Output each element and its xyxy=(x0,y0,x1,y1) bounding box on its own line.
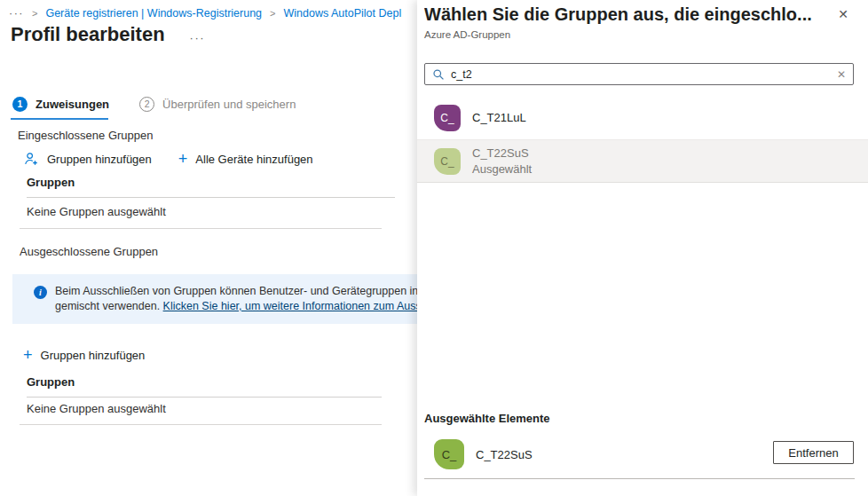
plus-icon: + xyxy=(178,151,188,167)
group-search-box: ✕ xyxy=(424,63,854,85)
group-avatar: C_ xyxy=(434,439,464,469)
group-results-list: C_ C_T21LuL C_ C_T22SuS Ausgewählt xyxy=(417,96,868,183)
add-groups-label: Gruppen hinzufügen xyxy=(41,349,146,362)
selected-items-heading: Ausgewählte Elemente xyxy=(424,412,550,425)
tab-label: Überprüfen und speichern xyxy=(162,98,296,111)
group-name: C_T21LuL xyxy=(472,111,526,124)
group-name-and-status: C_T22SuS Ausgewählt xyxy=(472,146,532,177)
breadcrumb-item-autopilot[interactable]: Windows AutoPilot Depl xyxy=(284,7,402,20)
add-groups-link[interactable]: Gruppen hinzufügen xyxy=(23,151,152,167)
included-groups-column-header: Gruppen xyxy=(27,176,395,198)
included-groups-empty-text: Keine Gruppen ausgewählt xyxy=(27,205,166,218)
edit-profile-page: ··· > Geräte registrieren | Windows-Regi… xyxy=(0,0,868,496)
info-icon: i xyxy=(34,286,47,299)
select-groups-panel: Wählen Sie die Gruppen aus, die eingesch… xyxy=(417,0,868,496)
tab-ueberpruefen-und-speichern[interactable]: 2 Überprüfen und speichern xyxy=(139,97,296,112)
chevron-right-icon: > xyxy=(32,8,37,19)
group-search-input[interactable] xyxy=(451,68,831,81)
selected-item-divider xyxy=(424,478,855,479)
group-result-row-selected: C_ C_T22SuS Ausgewählt xyxy=(417,139,868,183)
wizard-tabs: 1 Zuweisungen 2 Überprüfen und speichern xyxy=(12,92,296,115)
excluded-groups-actions: + Gruppen hinzufügen xyxy=(23,347,145,363)
plus-icon: + xyxy=(23,347,33,363)
remove-button[interactable]: Entfernen xyxy=(773,441,854,464)
group-avatar: C_ xyxy=(434,148,461,175)
section-divider xyxy=(20,424,382,425)
included-groups-heading: Eingeschlossene Gruppen xyxy=(18,129,154,142)
info-banner-text: Beim Ausschließen von Gruppen können Ben… xyxy=(55,284,472,314)
excluded-groups-empty-text: Keine Gruppen ausgewählt xyxy=(27,402,166,415)
group-avatar: C_ xyxy=(434,105,461,131)
excluded-groups-heading: Ausgeschlossene Gruppen xyxy=(20,245,158,258)
add-all-devices-label: Alle Geräte hinzufügen xyxy=(195,153,312,166)
add-groups-label: Gruppen hinzufügen xyxy=(47,153,152,166)
tab-zuweisungen[interactable]: 1 Zuweisungen xyxy=(12,97,109,112)
section-divider xyxy=(20,228,382,229)
add-groups-link-excluded[interactable]: + Gruppen hinzufügen xyxy=(23,347,145,363)
active-tab-underline xyxy=(11,118,108,120)
step-number-badge: 1 xyxy=(12,97,28,112)
avatar-initials: C_ xyxy=(442,448,457,461)
selected-group-name: C_T22SuS xyxy=(476,448,533,461)
panel-title: Wählen Sie die Gruppen aus, die eingesch… xyxy=(424,4,822,25)
group-result-row[interactable]: C_ C_T21LuL xyxy=(417,96,868,139)
add-all-devices-link[interactable]: + Alle Geräte hinzufügen xyxy=(178,151,313,167)
group-status: Ausgewählt xyxy=(472,161,532,177)
clear-search-icon[interactable]: ✕ xyxy=(837,68,846,81)
info-line-2: gemischt verwenden. Klicken Sie hier, um… xyxy=(55,299,472,314)
avatar-initials: C_ xyxy=(440,112,454,124)
included-groups-actions: Gruppen hinzufügen + Alle Geräte hinzufü… xyxy=(23,151,313,167)
search-icon xyxy=(432,68,445,81)
close-icon[interactable]: ✕ xyxy=(838,7,848,21)
chevron-right-icon: > xyxy=(270,8,275,19)
panel-subtitle: Azure AD-Gruppen xyxy=(424,29,510,40)
page-title: Profil bearbeiten xyxy=(11,23,165,46)
group-name: C_T22SuS xyxy=(472,146,532,161)
tab-label: Zuweisungen xyxy=(36,98,109,111)
avatar-initials: C_ xyxy=(440,155,454,168)
excluded-groups-column-header: Gruppen xyxy=(27,375,382,398)
page-title-row: Profil bearbeiten ··· xyxy=(11,23,205,46)
step-number-badge: 2 xyxy=(139,97,154,112)
more-actions-icon[interactable]: ··· xyxy=(190,26,206,44)
breadcrumb-item-windows-registrierung[interactable]: Geräte registrieren | Windows-Registrier… xyxy=(45,7,262,20)
breadcrumb: ··· > Geräte registrieren | Windows-Regi… xyxy=(9,7,401,20)
breadcrumb-overflow[interactable]: ··· xyxy=(9,7,24,20)
person-add-icon xyxy=(23,151,39,167)
info-line-1: Beim Ausschließen von Gruppen können Ben… xyxy=(55,284,472,299)
